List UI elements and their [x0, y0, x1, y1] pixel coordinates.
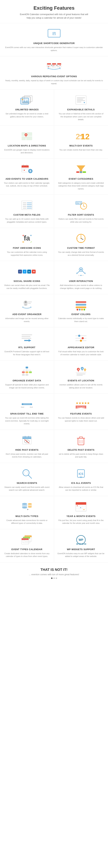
- svg-text:12: 12: [81, 132, 89, 141]
- filter-title: FILTER SORT EVENTS: [68, 214, 94, 216]
- maps-icon-area: [21, 130, 33, 142]
- svg-line-73: [84, 206, 85, 207]
- spantime-icon: Start End: [21, 399, 33, 409]
- svg-rect-59: [80, 172, 82, 173]
- page-title: Exciting Features: [3, 5, 105, 11]
- timeformat-icon: [75, 233, 87, 244]
- svg-rect-60: [83, 172, 86, 173]
- locationevents-title: EVENTS AT LOCATION: [68, 379, 94, 382]
- userinteract-desc: Add interactions to your events to allow…: [58, 284, 105, 290]
- svg-rect-22: [58, 66, 59, 67]
- repeating-title: VARIOUS REPEATING EVENT OPTIONS: [31, 75, 77, 78]
- feature-images: UNLIMITED IMAGES Set unlimited images fo…: [0, 90, 54, 126]
- feature-icsall: ICS ICS ALL EVENTS Allow viewers to down…: [54, 463, 108, 496]
- svg-rect-65: [27, 204, 32, 205]
- yearmonth-desc: Fits just fine, list your event using ye…: [58, 519, 105, 525]
- svg-text:★★★★★: ★★★★★: [76, 401, 90, 405]
- footer-heading: THAT IS NOT IT!: [3, 568, 105, 572]
- search-icon-area: [21, 467, 33, 479]
- svg-point-103: [79, 309, 81, 310]
- feature-fontawesome: fa ★ ♥ ⚙ ✓ FONT AWESOME ICONS You can cu…: [0, 228, 54, 261]
- rtl-icon-area: [21, 332, 33, 344]
- feature-maps: LOCATION MAPS & DIRECTIONS EventON use g…: [0, 126, 54, 159]
- svg-rect-139: [77, 375, 83, 376]
- icsall-desc: Allow viewers to download all events as …: [58, 486, 105, 492]
- hidepast-title: HIDE PAST EVENTS: [15, 448, 38, 451]
- linkedin-icon: in: [27, 270, 31, 274]
- appearance-icon: [75, 333, 87, 343]
- deletepast-icon-area: [75, 434, 87, 446]
- multiday-icon-area: 21 12: [75, 130, 87, 142]
- hidepast-desc: Don't show past events; eventon can hide…: [3, 453, 50, 458]
- svg-rect-31: [77, 99, 83, 100]
- svg-rect-48: [23, 168, 23, 169]
- multiday-icon: 21 12: [75, 131, 87, 142]
- svg-point-94: [82, 275, 83, 276]
- page-subtitle: EventON Calendar comespacked with lots o…: [19, 12, 89, 20]
- svg-rect-97: [28, 302, 32, 302]
- feature-filter: Filter ▼ FILTER SORT EVENTS Visitors can…: [54, 195, 108, 228]
- svg-rect-21: [57, 66, 58, 67]
- svg-rect-13: [55, 65, 55, 66]
- svg-rect-205: [84, 543, 86, 545]
- feature-timeformat: CUSTOM TIME FORMAT You can easily change…: [54, 228, 108, 261]
- filter-desc: Visitors can easily filter and sort even…: [58, 218, 105, 223]
- svg-point-129: [78, 369, 79, 370]
- yearmonth-icon: [75, 501, 87, 512]
- svg-rect-3: [47, 63, 51, 65]
- wpwidgets-title: WP WIDGETS SUPPORT: [67, 548, 95, 551]
- svg-rect-64: [23, 204, 26, 205]
- svg-rect-4: [47, 65, 48, 66]
- deletepast-icon: [75, 435, 87, 445]
- expand-icon: [75, 95, 87, 105]
- meta-desc: You can add up to 10 custom event data f…: [3, 218, 50, 223]
- colors-title: EVENT COLORS: [72, 313, 90, 316]
- organize-desc: Support all special id share slide plus …: [3, 383, 50, 389]
- svg-rect-115: [26, 367, 28, 368]
- meta-title: CUSTOM META FIELDS: [14, 214, 40, 216]
- search-title: SEARCH EVENTS: [17, 482, 37, 484]
- timeformat-icon-area: [75, 232, 87, 245]
- svg-point-102: [77, 309, 78, 310]
- multiday-title: MULTI-DAY EVENTS: [70, 144, 93, 147]
- footer-subtext: ... eventon comes with ton of more great…: [3, 573, 105, 576]
- svg-text:♥: ♥: [30, 234, 32, 237]
- images-icon-area: [21, 94, 33, 106]
- filter-icon: Filter ▼: [75, 200, 87, 211]
- feature-featuredevents: ★★★★★ FEATURED FEATURE EVENTS You can fe…: [54, 394, 108, 430]
- svg-rect-7: [47, 66, 48, 67]
- feature-organize: ORGANIZE EVENT DATA Support all special …: [0, 361, 54, 394]
- feature-search: SEARCH EVENTS Viewers can easily search …: [0, 463, 54, 496]
- spantime-title: SPAN EVENT TILL END TIME: [10, 412, 44, 415]
- repeating-icon-area: [48, 61, 60, 73]
- colors-icon-area: [75, 299, 87, 311]
- shortcode-icon-area: [/]: [48, 28, 60, 40]
- svg-rect-15: [53, 66, 54, 67]
- userinteract-icon-area: [75, 266, 87, 278]
- feature-multidata: MULTI DATA TYPES Create advanced data co…: [0, 496, 54, 529]
- repeating-icon: [46, 62, 62, 72]
- svg-rect-14: [52, 66, 53, 67]
- svg-rect-98: [28, 303, 31, 304]
- appearance-icon-area: [75, 332, 87, 344]
- spantime-desc: You can span an event till end time whil…: [3, 416, 50, 425]
- userinteract-title: USER INTERACTION: [69, 280, 93, 282]
- fontawesome-title: FONT AWESOME ICONS: [13, 247, 41, 249]
- svg-rect-202: [76, 543, 78, 545]
- svg-rect-62: [23, 203, 26, 203]
- svg-rect-108: [22, 338, 31, 339]
- feature-locationevents: EVENTS AT LOCATION eventon addition allo…: [54, 361, 108, 394]
- feature-rtl: RTL SUPPORT EventON Frontend Calendar su…: [0, 327, 54, 361]
- images-title: UNLIMITED IMAGES: [15, 108, 38, 111]
- svg-rect-151: [23, 438, 31, 439]
- page-footer: THAT IS NOT IT! ... eventon comes with t…: [0, 562, 108, 584]
- svg-rect-99: [76, 301, 86, 303]
- appearance-title: APPEARANCE EDITOR: [68, 346, 94, 349]
- svg-point-135: [85, 369, 85, 370]
- social-title: SOCIAL SHARE ICONS: [14, 280, 40, 282]
- svg-text:FEATURED: FEATURED: [77, 406, 85, 408]
- repeating-desc: Yearly, monthly, weekly, daily, repeat b…: [3, 79, 105, 85]
- wpwidgets-desc: EventON includes easy-to-use WP widgets …: [58, 552, 105, 558]
- appearance-desc: Full visual editor that helps you to cus…: [58, 350, 105, 356]
- svg-point-184: [77, 505, 78, 506]
